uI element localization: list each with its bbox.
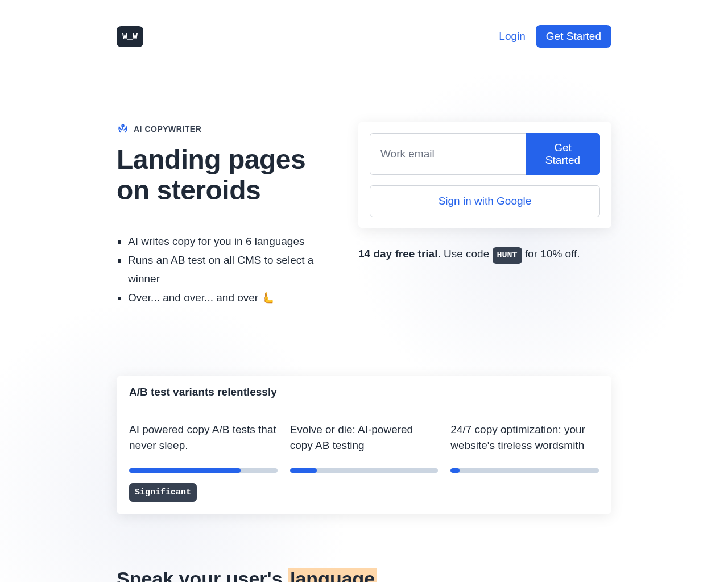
hero-bullet-list: AI writes copy for you in 6 languages Ru… [117,232,336,307]
trial-text: 14 day free trial. Use code HUNT for 10%… [358,248,611,260]
abtest-title: A/B test variants relentlessly [129,386,599,398]
language-title-pre: Speak your user's [117,568,288,583]
progress-bar [450,468,599,473]
progress-fill [450,468,460,473]
trial-mid: . Use code [437,248,492,260]
promo-code-badge: HUNT [493,247,522,264]
language-section: Speak your user's language Engage users … [117,568,611,583]
significant-badge: Significant [129,483,197,502]
signup-row: Get Started [370,133,600,175]
variant-text: 24/7 copy optimization: your website's t… [450,422,599,456]
eyebrow: AI COPYWRITER [117,122,336,136]
laurel-icon [117,122,129,136]
progress-fill [290,468,317,473]
variant-text: AI powered copy A/B tests that never sle… [129,422,278,456]
progress-fill [129,468,241,473]
navbar: W_W Login Get Started [117,0,611,48]
email-input[interactable] [370,133,526,175]
abtest-header: A/B test variants relentlessly [117,376,611,409]
nav-right: Login Get Started [499,25,611,48]
get-started-button[interactable]: Get Started [536,25,611,48]
logo[interactable]: W_W [117,26,143,47]
hero-bullet: Over... and over... and over 🫷 [128,288,336,307]
eyebrow-text: AI COPYWRITER [134,124,201,134]
google-signin-button[interactable]: Sign in with Google [370,185,600,217]
trial-end: for 10% off. [522,248,580,260]
hero-section: AI COPYWRITER Landing pages on steroids … [117,122,611,307]
hero-right: Get Started Sign in with Google 14 day f… [358,122,611,260]
variant-text: Evolve or die: AI-powered copy AB testin… [290,422,439,456]
trial-bold: 14 day free trial [358,248,437,260]
abtest-variant: AI powered copy A/B tests that never sle… [129,422,278,473]
abtest-variant: Evolve or die: AI-powered copy AB testin… [290,422,439,473]
progress-bar [290,468,439,473]
abtest-footer: Significant [117,473,611,514]
abtest-card: A/B test variants relentlessly AI powere… [117,376,611,514]
hero-left: AI COPYWRITER Landing pages on steroids … [117,122,336,307]
abtest-variant: 24/7 copy optimization: your website's t… [450,422,599,473]
language-title-highlight: language [288,568,377,583]
language-title: Speak your user's language [117,568,611,583]
signup-card: Get Started Sign in with Google [358,122,611,228]
hero-title: Landing pages on steroids [117,144,336,206]
abtest-body: AI powered copy A/B tests that never sle… [117,409,611,473]
hero-bullet: Runs an AB test on all CMS to select a w… [128,251,336,289]
signup-button[interactable]: Get Started [526,133,600,175]
hero-bullet: AI writes copy for you in 6 languages [128,232,336,251]
login-link[interactable]: Login [499,30,526,43]
progress-bar [129,468,278,473]
